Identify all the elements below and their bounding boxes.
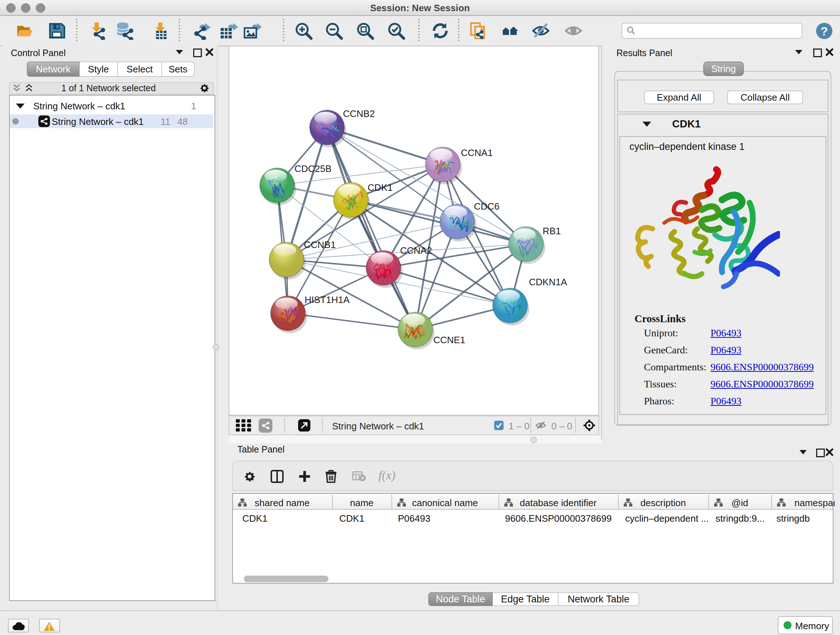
svg-text:CCNA1: CCNA1 — [461, 147, 493, 158]
svg-text:CDKN1A: CDKN1A — [529, 277, 567, 287]
svg-text:CDC25B: CDC25B — [294, 163, 332, 174]
svg-text:CCNB1: CCNB1 — [304, 239, 336, 250]
svg-text:CCNB2: CCNB2 — [343, 108, 375, 119]
svg-text:CDC6: CDC6 — [474, 201, 500, 212]
svg-text:RB1: RB1 — [543, 226, 561, 236]
svg-text:CCNE1: CCNE1 — [433, 334, 465, 345]
svg-text:HIST1H1A: HIST1H1A — [305, 295, 350, 305]
svg-text:CDK1: CDK1 — [368, 182, 393, 193]
svg-text:CCNA2: CCNA2 — [400, 245, 432, 256]
